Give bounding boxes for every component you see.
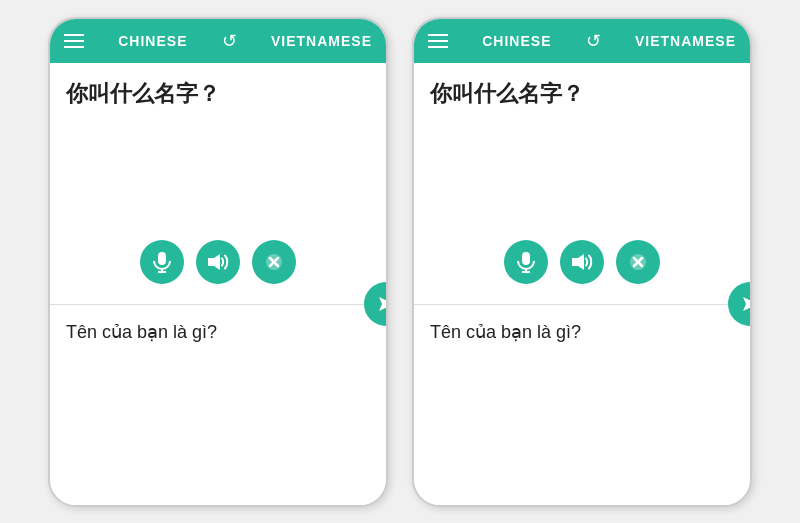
clear-button-1[interactable] bbox=[252, 240, 296, 284]
source-lang-label-2: CHINESE bbox=[482, 33, 551, 49]
controls-row-1 bbox=[66, 240, 370, 294]
header-bar-1: CHINESE ↺ VIETNAMESE bbox=[50, 19, 386, 63]
mic-button-2[interactable] bbox=[504, 240, 548, 284]
source-area-2: 你叫什么名字？ bbox=[414, 63, 750, 305]
swap-icon-1[interactable]: ↺ bbox=[222, 30, 237, 52]
mic-button-1[interactable] bbox=[140, 240, 184, 284]
svg-marker-3 bbox=[208, 254, 220, 270]
svg-marker-7 bbox=[379, 297, 388, 311]
send-btn-wrapper-2 bbox=[728, 282, 752, 326]
phone-2: CHINESE ↺ VIETNAMESE 你叫什么名字？ bbox=[412, 17, 752, 507]
target-area-1: Tên của bạn là gì? bbox=[50, 305, 386, 505]
source-text-2: 你叫什么名字？ bbox=[430, 79, 734, 110]
send-button-2[interactable] bbox=[728, 282, 752, 326]
send-button-1[interactable] bbox=[364, 282, 388, 326]
target-text-1: Tên của bạn là gì? bbox=[66, 319, 370, 346]
target-lang-label-1: VIETNAMESE bbox=[271, 33, 372, 49]
source-text-1: 你叫什么名字？ bbox=[66, 79, 370, 110]
phone-1: CHINESE ↺ VIETNAMESE 你叫什么名字？ bbox=[48, 17, 388, 507]
target-area-2: Tên của bạn là gì? bbox=[414, 305, 750, 505]
menu-icon-2[interactable] bbox=[428, 34, 448, 48]
speaker-button-2[interactable] bbox=[560, 240, 604, 284]
svg-rect-8 bbox=[522, 252, 530, 265]
svg-marker-11 bbox=[572, 254, 584, 270]
svg-rect-0 bbox=[158, 252, 166, 265]
clear-button-2[interactable] bbox=[616, 240, 660, 284]
target-lang-label-2: VIETNAMESE bbox=[635, 33, 736, 49]
send-btn-wrapper-1 bbox=[364, 282, 388, 326]
speaker-button-1[interactable] bbox=[196, 240, 240, 284]
svg-marker-15 bbox=[743, 297, 752, 311]
controls-row-2 bbox=[430, 240, 734, 294]
swap-icon-2[interactable]: ↺ bbox=[586, 30, 601, 52]
menu-icon-1[interactable] bbox=[64, 34, 84, 48]
target-text-2: Tên của bạn là gì? bbox=[430, 319, 734, 346]
source-lang-label-1: CHINESE bbox=[118, 33, 187, 49]
header-bar-2: CHINESE ↺ VIETNAMESE bbox=[414, 19, 750, 63]
source-area-1: 你叫什么名字？ bbox=[50, 63, 386, 305]
